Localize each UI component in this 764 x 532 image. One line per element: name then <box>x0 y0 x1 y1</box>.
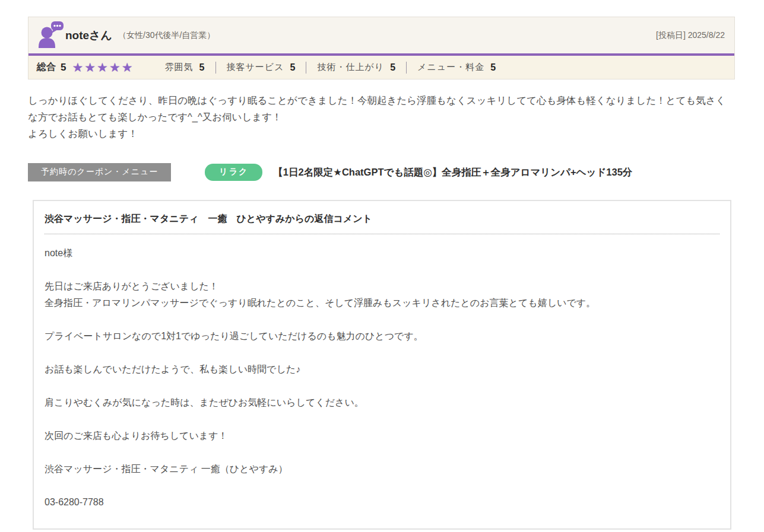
rating-separator <box>306 62 306 74</box>
rating-value: 5 <box>490 62 496 73</box>
review-header: noteさん （女性/30代後半/自営業） [投稿日] 2025/8/22 <box>28 17 734 53</box>
salon-reply-title: 渋谷マッサージ・指圧・マタニティ 一癒 ひとやすみからの返信コメント <box>45 209 719 234</box>
overall-rating-label: 総合 <box>37 61 56 74</box>
rating-item-menu-price: メニュー・料金 5 <box>417 62 496 73</box>
rating-value: 5 <box>199 62 205 73</box>
review-card: noteさん （女性/30代後半/自営業） [投稿日] 2025/8/22 総合… <box>28 17 735 79</box>
star-rating-icon: ★★★★★ <box>72 61 134 74</box>
overall-rating-value: 5 <box>61 62 66 74</box>
coupon-label-badge: 予約時のクーポン・メニュー <box>28 163 171 181</box>
rating-label: 接客サービス <box>227 62 284 73</box>
salon-reply-body: note様 先日はご来店ありがとうございました！ 全身指圧・アロマリンパマッサー… <box>45 245 719 511</box>
salon-reply-box: 渋谷マッサージ・指圧・マタニティ 一癒 ひとやすみからの返信コメント note様… <box>33 200 731 530</box>
rating-item-technique: 技術・仕上がり 5 <box>317 62 395 73</box>
review-page: noteさん （女性/30代後半/自営業） [投稿日] 2025/8/22 総合… <box>28 17 735 530</box>
posted-date: [投稿日] 2025/8/22 <box>656 30 725 41</box>
rating-item-atmosphere: 雰囲気 5 <box>165 62 205 73</box>
reviewer-name: noteさん <box>65 28 112 43</box>
rating-value: 5 <box>390 62 395 73</box>
rating-separator <box>215 62 216 74</box>
rating-label: 雰囲気 <box>165 62 194 73</box>
rating-label: メニュー・料金 <box>417 62 484 73</box>
rating-separator <box>406 62 407 74</box>
rating-item-service: 接客サービス 5 <box>227 62 296 73</box>
reviewer-profile: （女性/30代後半/自営業） <box>118 30 215 41</box>
review-text: しっかりほぐしてくださり、昨日の晩はぐっすり眠ることができました！今朝起きたら浮… <box>28 92 735 142</box>
coupon-title[interactable]: 【1日2名限定★ChatGPTでも話題◎】全身指圧＋全身アロマリンパ+ヘッド13… <box>273 166 632 179</box>
coupon-category-badge: リラク <box>205 164 262 181</box>
user-avatar-icon <box>36 21 64 50</box>
coupon-row: 予約時のクーポン・メニュー リラク 【1日2名限定★ChatGPTでも話題◎】全… <box>28 163 735 181</box>
rating-value: 5 <box>290 62 296 73</box>
ratings-bar: 総合 5 ★★★★★ 雰囲気 5 接客サービス 5 技術・仕上がり 5 メニュー… <box>28 56 734 79</box>
rating-label: 技術・仕上がり <box>317 62 384 73</box>
